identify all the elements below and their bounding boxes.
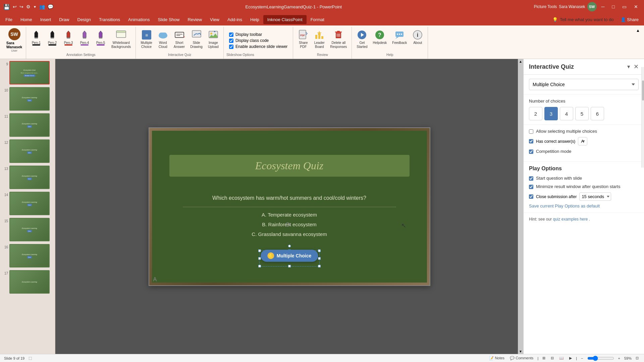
slide-thumb-14[interactable]: 14 Ecosystem LearningQuiz xyxy=(1,191,54,216)
collapse-ribbon-button[interactable]: ▲ xyxy=(635,27,641,34)
menu-help[interactable]: Help xyxy=(246,15,263,24)
save-defaults-link[interactable]: Save current Play Options as default xyxy=(529,203,639,208)
slide-img-16[interactable]: Ecosystem LearningQuiz xyxy=(9,244,50,267)
has-answer-checkbox[interactable] xyxy=(529,139,533,143)
slide-img-9[interactable]: Ecosystem Quiz Which ecosystem has warm.… xyxy=(9,61,50,84)
pen3-button[interactable]: Pen-3 xyxy=(61,28,76,46)
slide-thumb-9[interactable]: 9 Ecosystem Quiz Which ecosystem has war… xyxy=(1,60,54,85)
helpdesk-button[interactable]: ? Helpdesk xyxy=(371,28,389,46)
slide-img-17[interactable]: Ecosystem Learning xyxy=(9,270,50,294)
handle-ml[interactable] xyxy=(258,257,261,260)
get-started-button[interactable]: GetStarted xyxy=(355,28,369,50)
menu-view[interactable]: View xyxy=(206,15,223,24)
start-with-slide-checkbox[interactable] xyxy=(529,176,533,181)
slide-thumb-16[interactable]: 16 Ecosystem LearningQuiz xyxy=(1,243,54,268)
slide-thumb-17[interactable]: 17 Ecosystem Learning xyxy=(1,269,54,294)
panel-dropdown-arrow[interactable]: ▼ xyxy=(626,64,631,69)
scroll-down-button[interactable]: ▼ xyxy=(518,349,523,354)
custom-icon[interactable]: ⚙ xyxy=(26,4,31,9)
handle-bl[interactable] xyxy=(258,265,261,267)
whiteboard-button[interactable]: WhiteboardBackgrounds xyxy=(109,28,133,50)
tell-me-section[interactable]: 💡 Tell me what you want to do xyxy=(550,16,616,23)
choice-5-button[interactable]: 5 xyxy=(575,107,589,120)
menu-review[interactable]: Review xyxy=(183,15,206,24)
competition-mode-item[interactable]: Competition mode xyxy=(529,149,639,154)
menu-addins[interactable]: Add-ins xyxy=(223,15,246,24)
quiz-examples-link[interactable]: quiz examples here xyxy=(553,217,588,222)
slide-drawing-button[interactable]: SlideDrawing xyxy=(188,28,205,50)
slide-img-11[interactable]: Ecosystem LearningQuiz xyxy=(9,113,50,137)
short-answer-button[interactable]: ✏ ShortAnswer xyxy=(172,28,187,50)
slide-img-14[interactable]: Ecosystem LearningQuiz xyxy=(9,192,50,215)
menu-design[interactable]: Design xyxy=(73,15,95,24)
pen1-button[interactable]: Pen-1 xyxy=(29,28,44,46)
right-panel-scrollbar[interactable] xyxy=(641,67,644,168)
handle-tl[interactable] xyxy=(258,249,261,252)
slide-img-15[interactable]: Ecosystem LearningQuiz xyxy=(9,218,50,241)
reading-view-button[interactable]: 📖 xyxy=(558,356,565,360)
minimize-result-checkbox[interactable] xyxy=(529,185,533,189)
undo-icon[interactable]: ↩ xyxy=(13,4,17,9)
image-upload-button[interactable]: ImageUpload xyxy=(206,28,221,50)
leaderboard-button[interactable]: LeaderBoard xyxy=(312,28,327,50)
slide-img-13[interactable]: Ecosystem LearningQuiz xyxy=(9,166,50,189)
pen4-button[interactable]: Pen-4 xyxy=(77,28,92,46)
slide-img-12[interactable]: Ecosystem LearningQuiz xyxy=(9,139,50,163)
zoom-out-button[interactable]: − xyxy=(580,356,584,360)
zoom-slider[interactable] xyxy=(587,356,614,361)
choice-3-button[interactable]: 3 xyxy=(544,107,558,120)
accessibility-icon[interactable]: ⬚ xyxy=(29,356,32,360)
delete-responses-button[interactable]: Delete allResponses xyxy=(328,28,349,50)
handle-br[interactable] xyxy=(318,265,321,267)
menu-home[interactable]: Home xyxy=(16,15,36,24)
choice-4-button[interactable]: 4 xyxy=(560,107,573,120)
menu-inknoe[interactable]: Inknoe ClassPoint xyxy=(263,15,307,24)
scroll-up-button[interactable]: ▲ xyxy=(518,59,523,64)
menu-draw[interactable]: Draw xyxy=(55,15,73,24)
enable-audience-checkbox[interactable] xyxy=(229,45,233,49)
slide-thumb-10[interactable]: 10 Ecosystem LearningQuiz xyxy=(1,86,54,111)
redo-icon[interactable]: ↪ xyxy=(19,4,23,9)
word-cloud-button[interactable]: WordCloud xyxy=(156,28,170,50)
down-arrow-icon[interactable]: ▼ xyxy=(33,5,37,9)
slide-thumb-11[interactable]: 11 Ecosystem LearningQuiz xyxy=(1,113,54,137)
minimize-button[interactable]: ─ xyxy=(599,3,607,11)
correct-answer-dropdown[interactable]: ABC xyxy=(578,137,587,145)
pen2-button[interactable]: Pen-2 xyxy=(45,28,60,46)
display-toolbar-checkbox[interactable] xyxy=(229,33,233,37)
comments-button[interactable]: 💬 Comments xyxy=(508,356,535,360)
outline-view-button[interactable]: ⊟ xyxy=(549,356,555,360)
scrollbar-thumb[interactable] xyxy=(642,80,644,101)
menu-insert[interactable]: Insert xyxy=(36,15,55,24)
about-button[interactable]: i About xyxy=(410,28,425,46)
slide-thumb-12[interactable]: 12 Ecosystem LearningQuiz xyxy=(1,139,54,164)
rotation-handle[interactable] xyxy=(288,245,291,247)
share-pdf-button[interactable]: PDF SharePDF xyxy=(296,28,311,50)
fit-slide-button[interactable]: ⊡ xyxy=(634,356,640,360)
allow-multiple-checkbox[interactable] xyxy=(529,129,533,134)
close-submission-checkbox[interactable] xyxy=(529,194,533,199)
share-status-icon[interactable]: 👥 xyxy=(39,4,45,9)
menu-format[interactable]: Format xyxy=(307,15,328,24)
handle-tr[interactable] xyxy=(318,249,321,252)
menu-transitions[interactable]: Transitions xyxy=(95,15,124,24)
minimize-result-item[interactable]: Minimize result window after question st… xyxy=(529,184,639,189)
slideshow-view-button[interactable]: ▶ xyxy=(568,356,573,360)
comment-icon[interactable]: 💬 xyxy=(48,4,53,9)
zoom-in-button[interactable]: + xyxy=(617,356,622,360)
slide-thumb-15[interactable]: 15 Ecosystem LearningQuiz xyxy=(1,217,54,242)
quiz-type-dropdown[interactable]: Multiple Choice Word Cloud Short Answer xyxy=(529,79,639,90)
slide-img-10[interactable]: Ecosystem LearningQuiz xyxy=(9,87,50,111)
multiple-choice-button[interactable]: ≡ MultipleChoice xyxy=(139,28,154,50)
display-class-code-item[interactable]: Display class code xyxy=(229,38,287,43)
menu-animations[interactable]: Animations xyxy=(124,15,154,24)
share-button[interactable]: 👤 Share xyxy=(616,15,643,24)
notes-button[interactable]: 📝 Notes xyxy=(488,356,506,360)
save-icon[interactable]: 💾 xyxy=(3,4,10,10)
maximize-button[interactable]: ▭ xyxy=(620,3,629,11)
enable-audience-item[interactable]: Enable audience slide viewer xyxy=(229,44,287,49)
multiple-choice-badge[interactable]: ⭐ Multiple Choice xyxy=(261,250,318,262)
restore-button[interactable]: □ xyxy=(609,3,618,11)
choice-6-button[interactable]: 6 xyxy=(591,107,604,120)
seconds-dropdown[interactable]: 15 seconds 30 seconds 60 seconds xyxy=(579,192,611,201)
